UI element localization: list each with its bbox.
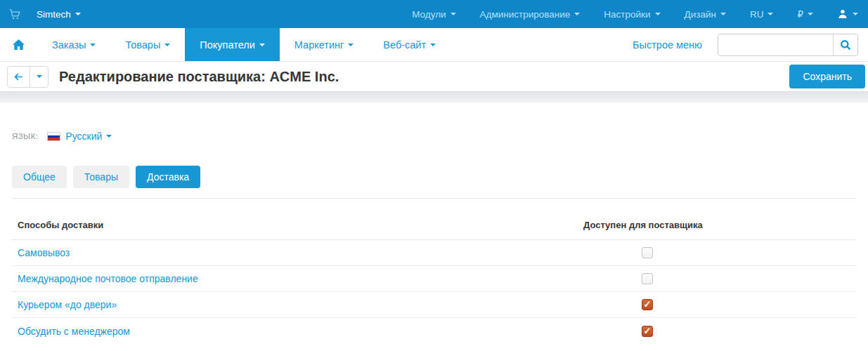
chevron-down-icon (37, 75, 42, 78)
search-box (718, 34, 858, 56)
quick-menu-link[interactable]: Быстрое меню (633, 39, 702, 51)
home-button[interactable] (0, 28, 37, 61)
menu-modules[interactable]: Модули (412, 9, 455, 20)
check-icon: ✓ (644, 326, 652, 336)
shipping-method-link[interactable]: Курьером «до двери» (12, 299, 578, 310)
table-row: Курьером «до двери» ✓ (12, 292, 856, 318)
currency-switcher[interactable]: ₽ (797, 8, 813, 20)
menu-settings[interactable]: Настройки (604, 9, 660, 20)
back-history-dropdown[interactable] (30, 66, 48, 88)
chevron-down-icon (767, 13, 773, 15)
chevron-down-icon (574, 13, 580, 15)
available-checkbox[interactable]: ✓ (642, 299, 653, 310)
back-button-group (7, 66, 48, 88)
main-navigation: Заказы Товары Покупатели Маркетинг Веб-с… (0, 28, 868, 62)
nav-item-orders[interactable]: Заказы (37, 28, 110, 61)
chevron-down-icon (808, 13, 813, 15)
menu-design-label: Дизайн (685, 9, 716, 20)
language-label: ЯЗЫК: (12, 132, 38, 140)
tab-shipping[interactable]: Доставка (136, 166, 200, 188)
chevron-down-icon (430, 44, 436, 46)
tab-general[interactable]: Общее (12, 166, 67, 188)
table-header: Способы доставки Доступен для поставщика (12, 204, 856, 240)
nav-item-website[interactable]: Веб-сайт (368, 28, 451, 61)
chevron-down-icon (655, 13, 661, 15)
chevron-down-icon (853, 13, 858, 15)
menu-administration-label: Администрирование (480, 9, 571, 20)
tab-products[interactable]: Товары (73, 166, 129, 188)
check-icon: ✓ (644, 300, 652, 309)
content-language-row: ЯЗЫК: Русский (12, 131, 856, 142)
topbar-menus: Модули Администрирование Настройки Дизай… (412, 8, 858, 20)
shipping-method-link[interactable]: Самовывоз (12, 247, 578, 258)
available-checkbox[interactable]: ✓ (642, 273, 653, 284)
chevron-down-icon (164, 44, 170, 46)
shipping-methods-table: Способы доставки Доступен для поставщика… (12, 204, 856, 344)
header-divider-band (0, 91, 868, 102)
cart-icon[interactable] (8, 8, 21, 20)
nav-item-website-label: Веб-сайт (383, 39, 426, 51)
search-icon (840, 39, 851, 51)
russian-flag-icon (47, 132, 60, 141)
search-input[interactable] (718, 34, 833, 55)
save-button[interactable]: Сохранить (789, 65, 865, 88)
available-checkbox[interactable]: ✓ (642, 326, 653, 337)
chevron-down-icon (720, 13, 726, 15)
nav-item-products-label: Товары (125, 39, 160, 51)
user-account-menu[interactable] (837, 8, 858, 20)
user-icon (837, 8, 848, 20)
menu-administration[interactable]: Администрирование (480, 9, 581, 20)
menu-design[interactable]: Дизайн (685, 9, 726, 20)
content-language-value: Русский (65, 131, 102, 142)
chevron-down-icon (75, 13, 81, 15)
column-header-shipping-methods: Способы доставки (12, 220, 578, 230)
currency-switcher-label: ₽ (797, 8, 803, 20)
chevron-down-icon (348, 44, 354, 46)
table-row: Самовывоз ✓ (12, 240, 856, 266)
nav-item-customers[interactable]: Покупатели (185, 28, 279, 61)
search-button[interactable] (833, 34, 857, 55)
chevron-down-icon (259, 44, 265, 46)
table-row: Международное почтовое отправление ✓ (12, 266, 856, 292)
shipping-method-link[interactable]: Обсудить с менеджером (12, 326, 578, 337)
content-area: ЯЗЫК: Русский Общее Товары Доставка Спос… (0, 131, 868, 344)
available-checkbox[interactable]: ✓ (642, 247, 653, 258)
nav-item-orders-label: Заказы (52, 39, 86, 51)
chevron-down-icon (106, 135, 112, 138)
store-brand-label: Simtech (37, 9, 71, 20)
tab-bar: Общее Товары Доставка (12, 166, 856, 199)
back-arrow-icon (13, 72, 24, 82)
menu-modules-label: Модули (412, 9, 446, 20)
table-row: Обсудить с менеджером ✓ (12, 318, 856, 344)
column-header-available: Доступен для поставщика (578, 220, 856, 230)
store-brand-menu[interactable]: Simtech (37, 9, 81, 20)
content-language-selector[interactable]: Русский (65, 131, 112, 142)
language-switcher[interactable]: RU (750, 9, 774, 20)
mainnav-right: Быстрое меню (633, 28, 858, 61)
page-title: Редактирование поставщика: ACME Inc. (59, 69, 339, 85)
chevron-down-icon (90, 44, 96, 46)
nav-item-marketing[interactable]: Маркетинг (280, 28, 369, 61)
home-icon (13, 39, 25, 51)
nav-item-customers-label: Покупатели (200, 39, 254, 51)
nav-item-marketing-label: Маркетинг (294, 39, 344, 51)
menu-settings-label: Настройки (604, 9, 650, 20)
shipping-method-link[interactable]: Международное почтовое отправление (12, 273, 578, 284)
top-admin-bar: Simtech Модули Администрирование Настрой… (0, 0, 868, 28)
chevron-down-icon (451, 13, 456, 15)
back-button[interactable] (7, 66, 30, 88)
language-switcher-label: RU (750, 9, 764, 20)
page-title-bar: Редактирование поставщика: ACME Inc. Сох… (0, 62, 868, 91)
nav-item-products[interactable]: Товары (110, 28, 185, 61)
